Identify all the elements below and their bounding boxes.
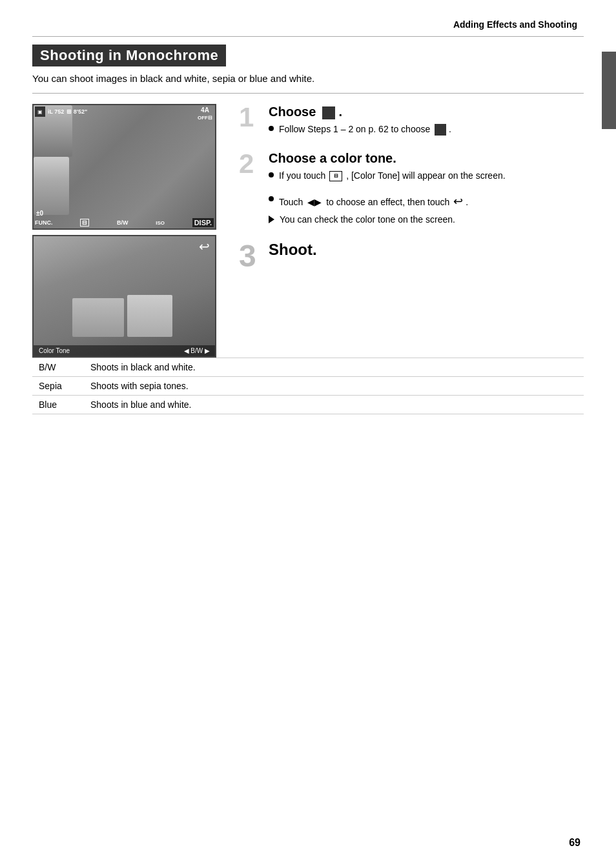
cam-func-icon: ⊟ bbox=[80, 219, 89, 227]
step-3-content: Shoot. bbox=[269, 241, 584, 263]
step-2-bullet-2-text: Touch ◀▶ to choose an effect, then touch… bbox=[279, 194, 468, 210]
step-1-bullet-text: Follow Steps 1 – 2 on p. 62 to choose . bbox=[279, 123, 451, 136]
bullet-circle-1 bbox=[269, 126, 274, 131]
camera-screen-2-inner: ↩ Color Tone ◀ B/W ▶ bbox=[34, 236, 215, 356]
section-title: Shooting in Monochrome bbox=[32, 45, 226, 66]
chair-figure-right bbox=[127, 295, 172, 337]
step-2-content: Choose a color tone. If you touch ⊟ , [C… bbox=[269, 150, 584, 230]
cam2-return-icon: ↩ bbox=[199, 239, 210, 254]
chair-figure-left bbox=[72, 298, 124, 337]
step-1-title: Choose . bbox=[269, 104, 584, 119]
step-1-number: 1 bbox=[239, 104, 262, 131]
step-2-bullet-3-text: You can check the color tone on the scre… bbox=[280, 214, 455, 227]
lr-arrows: ◀▶ bbox=[307, 197, 322, 207]
page-number: 69 bbox=[569, 837, 580, 849]
step-3: 3 Shoot. bbox=[239, 241, 584, 272]
table-cell-bw-mode: B/W bbox=[32, 358, 84, 377]
main-content: ▣ iL 752 ⊞ 8'52" 4A OFF⊟ FUNC. bbox=[32, 104, 584, 358]
step-1-mono-icon bbox=[322, 106, 335, 119]
table-cell-bw-desc: Shoots in black and white. bbox=[84, 358, 584, 377]
ev-indicator: ±0 bbox=[36, 210, 43, 217]
cam-bottom-bar: FUNC. ⊟ B/W ISO DISP. bbox=[35, 218, 214, 227]
cam-iso: ISO bbox=[156, 220, 165, 226]
page-container: Adding Effects and Shooting Shooting in … bbox=[0, 0, 616, 868]
off-icon: OFF⊟ bbox=[198, 115, 212, 121]
left-column: ▣ iL 752 ⊞ 8'52" 4A OFF⊟ FUNC. bbox=[32, 104, 232, 358]
table-row-blue: Blue Shoots in blue and white. bbox=[32, 396, 584, 414]
func-menu-icon: ⊟ bbox=[329, 171, 342, 181]
cam2-bottom-bar: Color Tone ◀ B/W ▶ bbox=[34, 345, 215, 356]
step-2: 2 Choose a color tone. If you touch ⊟ , … bbox=[239, 150, 584, 230]
cam-disp: DISP. bbox=[192, 218, 214, 227]
camera-screen-2: ↩ Color Tone ◀ B/W ▶ bbox=[32, 235, 216, 358]
step-2-bullet-3: You can check the color tone on the scre… bbox=[269, 214, 584, 227]
cam-stats: iL 752 bbox=[48, 108, 64, 115]
step-2-bullet-1: If you touch ⊟ , [Color Tone] will appea… bbox=[269, 170, 584, 183]
header-label: Adding Effects and Shooting bbox=[453, 19, 577, 30]
right-column: 1 Choose . Follow Steps 1 – 2 on p. 62 t… bbox=[232, 104, 584, 358]
page-header: Adding Effects and Shooting bbox=[32, 19, 584, 30]
return-arrow-icon: ↩ bbox=[453, 195, 463, 208]
step-2-bullet-1-text: If you touch ⊟ , [Color Tone] will appea… bbox=[279, 170, 506, 183]
table-cell-sepia-mode: Sepia bbox=[32, 377, 84, 396]
cam2-bw-arrows: ◀ B/W ▶ bbox=[184, 347, 210, 354]
table-cell-blue-desc: Shoots in blue and white. bbox=[84, 396, 584, 414]
step-1-choose-label: Choose bbox=[269, 105, 316, 119]
top-divider bbox=[32, 36, 584, 37]
cam-right-icons: 4A OFF⊟ bbox=[198, 106, 212, 121]
cam-shots: ⊞ 8'52" bbox=[67, 108, 87, 115]
table-cell-blue-mode: Blue bbox=[32, 396, 84, 414]
cam-top-bar: ▣ iL 752 ⊞ 8'52" bbox=[35, 106, 214, 117]
step-1-bullet-end: . bbox=[449, 124, 451, 134]
table-cell-sepia-desc: Shoots with sepia tones. bbox=[84, 377, 584, 396]
step-1-bullet-1: Follow Steps 1 – 2 on p. 62 to choose . bbox=[269, 123, 584, 136]
flash-icon: 4A bbox=[201, 106, 209, 114]
bullet-triangle-1 bbox=[269, 216, 274, 223]
camera-screen-1-inner: ▣ iL 752 ⊞ 8'52" 4A OFF⊟ FUNC. bbox=[34, 105, 215, 228]
step-3-number: 3 bbox=[239, 241, 262, 272]
bullet-circle-2 bbox=[269, 172, 274, 177]
table-row-sepia: Sepia Shoots with sepia tones. bbox=[32, 377, 584, 396]
cam-monochrome-icon: ▣ bbox=[35, 106, 45, 117]
cam-bw: B/W bbox=[117, 219, 128, 226]
step-1: 1 Choose . Follow Steps 1 – 2 on p. 62 t… bbox=[239, 104, 584, 140]
step-1-period: . bbox=[338, 105, 342, 119]
spacer bbox=[269, 186, 584, 194]
camera-screen-1: ▣ iL 752 ⊞ 8'52" 4A OFF⊟ FUNC. bbox=[32, 104, 216, 230]
section-tab bbox=[602, 52, 616, 129]
intro-text: You can shoot images in black and white,… bbox=[32, 73, 584, 84]
info-table: B/W Shoots in black and white. Sepia Sho… bbox=[32, 358, 584, 414]
step-2-title: Choose a color tone. bbox=[269, 150, 584, 166]
table-row-bw: B/W Shoots in black and white. bbox=[32, 358, 584, 377]
step-1-content: Choose . Follow Steps 1 – 2 on p. 62 to … bbox=[269, 104, 584, 140]
step-3-title: Shoot. bbox=[269, 241, 584, 259]
figure-right bbox=[34, 157, 69, 215]
mid-divider bbox=[32, 93, 584, 94]
cam-func: FUNC. bbox=[35, 219, 53, 226]
cam2-color-tone-label: Color Tone bbox=[39, 347, 70, 354]
bullet-circle-3 bbox=[269, 196, 274, 201]
step-2-number: 2 bbox=[239, 150, 262, 177]
cam2-bw-value: ◀ B/W ▶ bbox=[184, 347, 210, 354]
step-1-inline-mono-icon bbox=[435, 124, 446, 136]
step-2-bullet-2: Touch ◀▶ to choose an effect, then touch… bbox=[269, 194, 584, 210]
period-2: . bbox=[466, 197, 468, 207]
